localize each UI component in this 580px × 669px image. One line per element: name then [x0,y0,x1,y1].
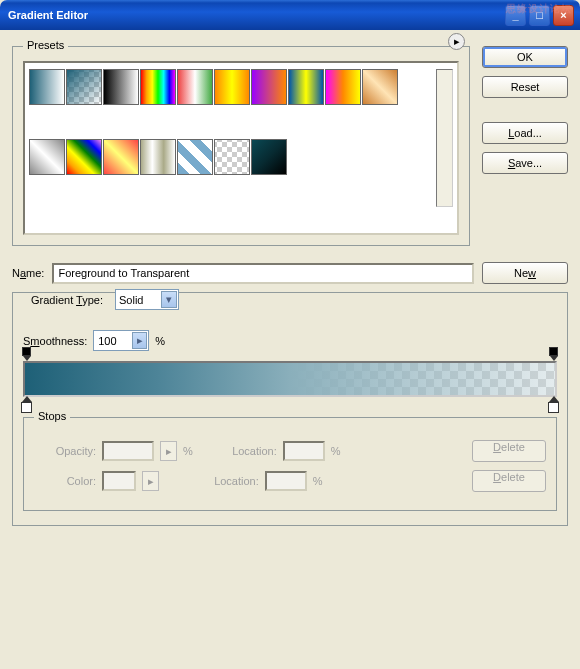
preset-swatch[interactable] [325,69,361,105]
color-label: Color: [34,475,96,487]
presets-scrollbar[interactable] [436,69,453,207]
preset-swatch[interactable] [177,139,213,175]
reset-button[interactable]: Reset [482,76,568,98]
presets-fieldset: Presets ▸ [12,46,470,246]
preset-swatch[interactable] [140,69,176,105]
preset-swatch[interactable] [103,69,139,105]
preset-swatch[interactable] [66,139,102,175]
gradient-type-value: Solid [119,294,143,306]
preset-swatch[interactable] [362,69,398,105]
smoothness-input[interactable]: 100 ▸ [93,330,149,351]
name-input[interactable] [52,263,474,284]
opacity-stop-left[interactable] [21,347,32,362]
preset-swatch[interactable] [177,69,213,105]
name-label: Name: [12,267,44,279]
percent-label: % [155,335,165,347]
preset-swatch[interactable] [251,139,287,175]
save-button[interactable]: Save... [482,152,568,174]
watermark-text: 思缘设计论坛 [506,2,572,16]
chevron-right-icon: ▸ [132,332,147,349]
color-stepper: ▸ [142,471,159,491]
percent-label: % [313,475,323,487]
opacity-label: Opacity: [34,445,96,457]
stops-legend: Stops [34,410,70,422]
gradient-type-select[interactable]: Solid ▾ [115,289,179,310]
gradient-fieldset: Gradient Type: Solid ▾ Smoothness: 100 ▸… [12,292,568,526]
preset-swatch[interactable] [66,69,102,105]
opacity-input [102,441,154,461]
gradient-bar[interactable] [23,361,557,397]
preset-swatch[interactable] [29,69,65,105]
location-label: Location: [209,445,277,457]
smoothness-label: Smoothness: [23,335,87,347]
presets-legend: Presets [23,39,68,51]
smoothness-value: 100 [98,335,116,347]
preset-swatch[interactable] [288,69,324,105]
preset-swatch[interactable] [103,139,139,175]
title-bar: Gradient Editor _ □ × [0,0,580,30]
preset-swatch[interactable] [29,139,65,175]
preset-swatch[interactable] [214,139,250,175]
preset-swatch[interactable] [251,69,287,105]
presets-menu-button[interactable]: ▸ [448,33,465,50]
chevron-down-icon: ▾ [161,291,177,308]
delete-color-stop-button: Delete [472,470,546,492]
window-title: Gradient Editor [8,9,88,21]
opacity-stop-right[interactable] [548,347,559,362]
ok-button[interactable]: OK [482,46,568,68]
location-label: Location: [191,475,259,487]
color-stop-right[interactable] [547,396,560,413]
gradient-type-label: Gradient Type: [27,294,107,306]
new-button[interactable]: New [482,262,568,284]
opacity-stepper: ▸ [160,441,177,461]
opacity-location-input [283,441,325,461]
percent-label: % [183,445,193,457]
percent-label: % [331,445,341,457]
color-swatch [102,471,136,491]
color-stop-left[interactable] [20,396,33,413]
gradient-edit-bar[interactable] [23,361,557,397]
delete-opacity-stop-button: Delete [472,440,546,462]
color-location-input [265,471,307,491]
presets-listbox [23,61,459,235]
preset-swatch[interactable] [140,139,176,175]
preset-swatch[interactable] [214,69,250,105]
load-button[interactable]: Load... [482,122,568,144]
stops-fieldset: Stops Opacity: ▸ % Location: % Delete Co… [23,417,557,511]
